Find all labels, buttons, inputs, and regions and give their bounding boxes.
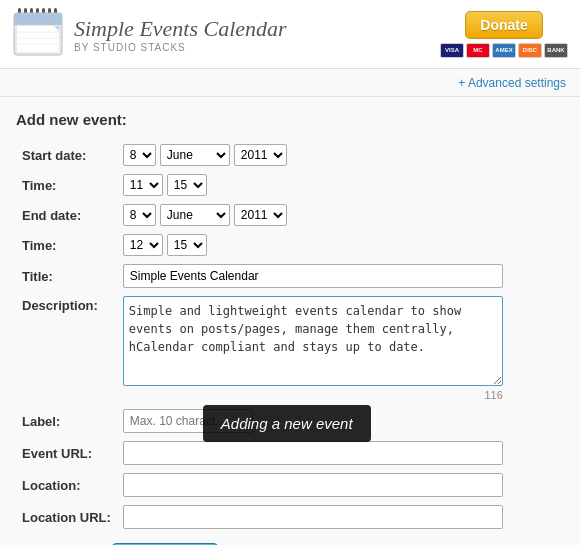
svg-rect-10 — [17, 26, 59, 52]
location-label: Location: — [16, 469, 117, 501]
end-hour-select[interactable]: 12 — [123, 234, 163, 256]
start-date-row: Start date: 8 June 2011 — [16, 140, 564, 170]
app-title-block: Simple Events Calendar BY STUDIO STACKS — [74, 16, 287, 53]
end-year-select[interactable]: 2011 — [234, 204, 287, 226]
description-textarea[interactable]: Simple and lightweight events calendar t… — [123, 296, 503, 386]
end-time-label: Time: — [16, 230, 117, 260]
app-header: Simple Events Calendar BY STUDIO STACKS … — [0, 0, 580, 69]
header-left: Simple Events Calendar BY STUDIO STACKS — [12, 8, 287, 60]
bank-icon: BANK — [544, 43, 568, 58]
start-minute-select[interactable]: 15 — [167, 174, 207, 196]
donate-section: Donate VISA MC AMEX DISC BANK — [440, 11, 568, 58]
end-date-inputs: 8 June 2011 — [123, 204, 558, 226]
card-icons: VISA MC AMEX DISC BANK — [440, 43, 568, 58]
end-month-select[interactable]: June — [160, 204, 230, 226]
start-month-select[interactable]: June — [160, 144, 230, 166]
title-row: Title: — [16, 260, 564, 292]
description-row: Description: Simple and lightweight even… — [16, 292, 564, 405]
event-url-input[interactable] — [123, 441, 503, 465]
start-time-inputs: 11 15 — [123, 174, 558, 196]
event-url-row: Event URL: — [16, 437, 564, 469]
start-time-label: Time: — [16, 170, 117, 200]
location-url-row: Location URL: — [16, 501, 564, 533]
end-minute-select[interactable]: 15 — [167, 234, 207, 256]
start-year-select[interactable]: 2011 — [234, 144, 287, 166]
start-date-inputs: 8 June 2011 — [123, 144, 558, 166]
end-date-row: End date: 8 June 2011 — [16, 200, 564, 230]
location-input[interactable] — [123, 473, 503, 497]
title-input[interactable] — [123, 264, 503, 288]
advanced-settings-bar: + Advanced settings — [0, 69, 580, 97]
donate-button[interactable]: Donate — [465, 11, 542, 39]
svg-rect-9 — [14, 20, 62, 25]
label-field-label: Label: — [16, 405, 117, 437]
advanced-settings-link[interactable]: + Advanced settings — [458, 76, 566, 90]
label-row: Label: Adding a new event — [16, 405, 564, 437]
mastercard-icon: MC — [466, 43, 490, 58]
app-title: Simple Events Calendar — [74, 16, 287, 41]
amex-icon: AMEX — [492, 43, 516, 58]
start-hour-select[interactable]: 11 — [123, 174, 163, 196]
discover-icon: DISC — [518, 43, 542, 58]
main-content: Add new event: Start date: 8 June 2011 — [0, 97, 580, 545]
start-day-select[interactable]: 8 — [123, 144, 156, 166]
location-url-input[interactable] — [123, 505, 503, 529]
end-time-inputs: 12 15 — [123, 234, 558, 256]
location-row: Location: — [16, 469, 564, 501]
by-studio-label: BY STUDIO STACKS — [74, 42, 287, 53]
label-inputs-container: Adding a new event — [123, 409, 253, 433]
start-date-label: Start date: — [16, 140, 117, 170]
section-title: Add new event: — [16, 111, 564, 128]
label-input[interactable] — [123, 409, 253, 433]
end-time-row: Time: 12 15 — [16, 230, 564, 260]
calendar-icon — [12, 8, 64, 60]
start-time-row: Time: 11 15 — [16, 170, 564, 200]
title-label: Title: — [16, 260, 117, 292]
char-count: 116 — [123, 389, 503, 401]
event-form: Start date: 8 June 2011 Time: — [16, 140, 564, 533]
end-day-select[interactable]: 8 — [123, 204, 156, 226]
description-label: Description: — [16, 292, 117, 405]
location-url-label: Location URL: — [16, 501, 117, 533]
event-url-label: Event URL: — [16, 437, 117, 469]
visa-icon: VISA — [440, 43, 464, 58]
end-date-label: End date: — [16, 200, 117, 230]
